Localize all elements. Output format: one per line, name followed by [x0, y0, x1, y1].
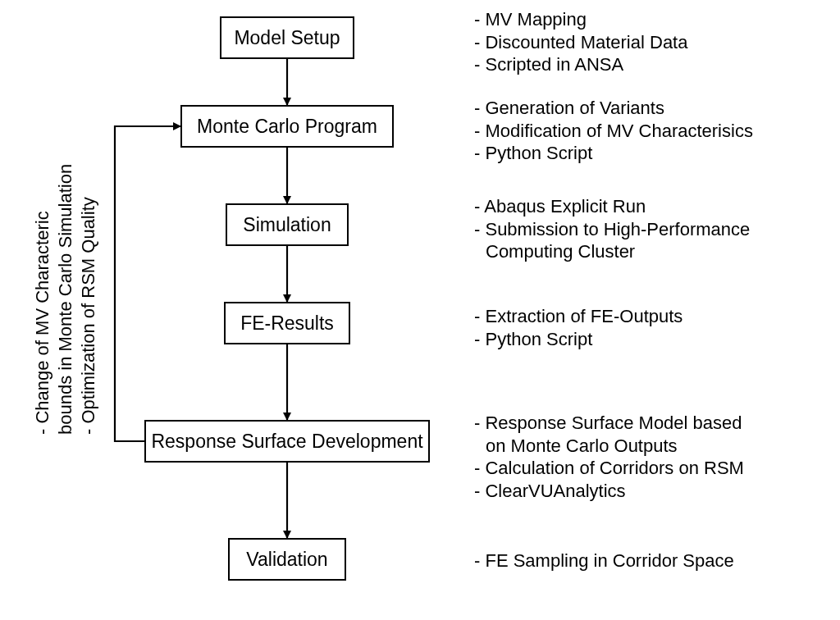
bullets-validation: FE Sampling in Corridor Space [474, 549, 734, 572]
bullet-line: on Monte Carlo Outputs [474, 435, 744, 458]
box-model-setup: Model Setup [220, 16, 354, 59]
bullet-line: FE Sampling in Corridor Space [474, 549, 734, 572]
box-fe-results: FE-Results [224, 302, 350, 344]
bullets-monte-carlo: Generation of VariantsModification of MV… [474, 97, 753, 165]
bullet-line: Generation of Variants [474, 97, 753, 120]
bullet-line: Modification of MV Characterisics [474, 120, 753, 143]
bullets-model-setup: MV MappingDiscounted Material DataScript… [474, 8, 687, 76]
bullet-line: Python Script [474, 142, 753, 165]
bullets-rsm: Response Surface Model basedon Monte Car… [474, 412, 744, 502]
box-simulation: Simulation [226, 203, 349, 246]
bullet-line: Scripted in ANSA [474, 53, 687, 76]
box-label: FE-Results [240, 312, 334, 335]
bullet-line: Calculation of Corridors on RSM [474, 457, 744, 480]
feedback-label-line3: - Optimization of RSM Quality [77, 197, 100, 435]
bullets-simulation: Abaqus Explicit RunSubmission to High-Pe… [474, 195, 750, 263]
bullet-line: Discounted Material Data [474, 31, 687, 54]
bullet-line: Extraction of FE-Outputs [474, 305, 682, 328]
bullet-line: ClearVUAnalytics [474, 480, 744, 503]
bullet-line: Abaqus Explicit Run [474, 195, 750, 218]
bullet-line: Computing Cluster [474, 240, 750, 263]
bullet-line: Response Surface Model based [474, 412, 744, 435]
box-monte-carlo: Monte Carlo Program [180, 105, 394, 148]
bullets-fe-results: Extraction of FE-OutputsPython Script [474, 305, 682, 350]
bullet-line: MV Mapping [474, 8, 687, 31]
box-rsm: Response Surface Development [144, 420, 430, 463]
box-validation: Validation [228, 538, 346, 581]
box-label: Simulation [243, 214, 331, 236]
box-label: Monte Carlo Program [197, 116, 377, 138]
box-label: Validation [246, 549, 327, 571]
connectors [0, 0, 840, 620]
flowchart: Model Setup Monte Carlo Program Simulati… [0, 0, 840, 620]
box-label: Model Setup [234, 27, 340, 49]
bullet-line: Python Script [474, 328, 682, 351]
feedback-label-line2: bounds in Monte Carlo Simulation [54, 164, 77, 435]
feedback-label-line1: - Change of MV Characteric [31, 211, 54, 435]
box-label: Response Surface Development [151, 431, 422, 453]
bullet-line: Submission to High-Performance [474, 218, 750, 241]
